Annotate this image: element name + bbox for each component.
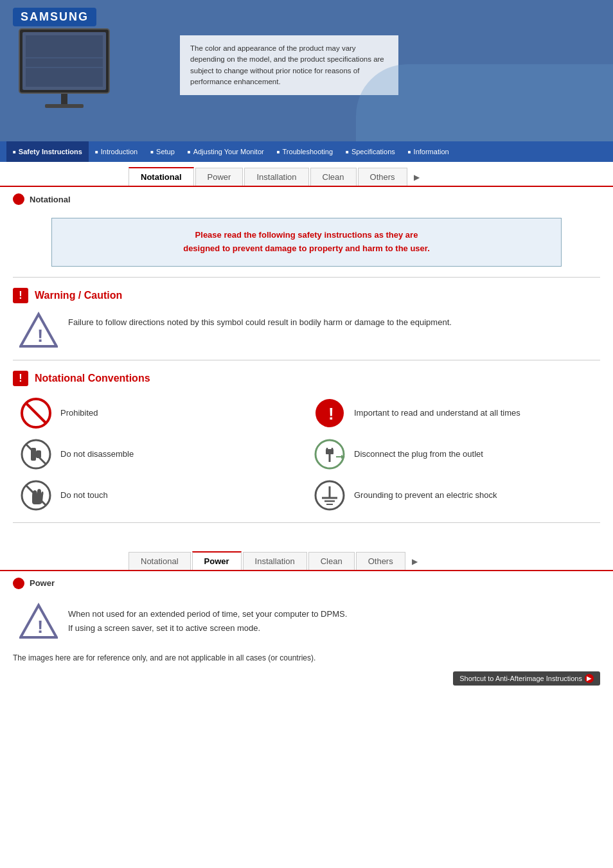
convention-disconnect: Disconnect the plug from the outlet: [313, 438, 594, 471]
touch-label: Do not touch: [60, 490, 108, 500]
nav-item-intro[interactable]: Introduction: [89, 141, 144, 162]
svg-rect-16: [36, 450, 41, 458]
disassemble-icon: [19, 438, 53, 471]
conventions-grid: Prohibited ! Important to read and under…: [13, 396, 600, 512]
svg-text:!: !: [37, 617, 43, 637]
svg-text:!: !: [37, 326, 43, 346]
power-text: When not used for an extended period of …: [68, 602, 347, 635]
nav-item-specs[interactable]: Specifications: [339, 141, 402, 162]
svg-text:!: !: [328, 404, 334, 423]
convention-prohibited: Prohibited: [19, 396, 300, 430]
section-label-text: Notational: [30, 195, 71, 204]
sub-tab-installation[interactable]: Installation: [244, 168, 308, 186]
spacer1: [0, 533, 613, 546]
shortcut-label: Shortcut to Anti-Afterimage Instructions: [459, 675, 582, 682]
footer-bottom: Shortcut to Anti-Afterimage Instructions…: [0, 669, 613, 696]
notational-conventions-section: ! Notational Conventions Prohibited ! Im…: [0, 371, 613, 512]
section-power-circle-icon: [13, 578, 24, 589]
section-circle-icon: [13, 193, 24, 205]
sub-nav-top: Notational Power Installation Clean Othe…: [0, 167, 613, 187]
main-nav: Safety Instructions Introduction Setup A…: [0, 141, 613, 162]
warning-triangle-icon: !: [19, 311, 58, 350]
footer-note: The images here are for reference only, …: [0, 647, 613, 669]
grounding-label: Grounding to prevent an electric shock: [354, 490, 497, 500]
power-line2: If using a screen saver, set it to activ…: [68, 621, 347, 635]
convention-grounding: Grounding to prevent an electric shock: [313, 479, 594, 512]
banner-wave: [356, 64, 613, 141]
power-warning-icon: !: [19, 602, 58, 641]
monitor-illustration: [13, 26, 129, 122]
nav-item-adjust[interactable]: Adjusting Your Monitor: [181, 141, 271, 162]
nav-item-setup[interactable]: Setup: [144, 141, 181, 162]
notational-title-text: Notational Conventions: [35, 373, 150, 384]
sub-tab-clean[interactable]: Clean: [310, 168, 357, 186]
info-box: Please read the following safety instruc…: [51, 218, 562, 267]
sub-tab-others[interactable]: Others: [358, 168, 407, 186]
notational-icon: !: [13, 371, 28, 386]
sub-tab-more[interactable]: ▶: [409, 169, 425, 186]
sub-tab-notational[interactable]: Notational: [129, 167, 194, 186]
important-icon: !: [313, 396, 346, 430]
notational-conventions-title: ! Notational Conventions: [13, 371, 600, 386]
warning-text: Failure to follow directions noted by th…: [68, 311, 452, 330]
prohibited-label: Prohibited: [60, 408, 98, 418]
nav-item-troubleshoot[interactable]: Troubleshooting: [271, 141, 339, 162]
sub-tab-power[interactable]: Power: [195, 168, 244, 186]
sub-nav-bottom: Notational Power Installation Clean Othe…: [0, 551, 613, 571]
convention-disassemble: Do not disassemble: [19, 438, 300, 471]
sub-tab2-more[interactable]: ▶: [407, 553, 423, 570]
info-line2: designed to prevent damage to property a…: [62, 242, 551, 256]
grounding-icon: [313, 479, 346, 512]
info-line1: Please read the following safety instruc…: [62, 229, 551, 242]
svg-rect-3: [45, 104, 84, 108]
convention-important: ! Important to read and understand at al…: [313, 396, 594, 430]
section-label-power: Power: [0, 571, 613, 596]
power-body: ! When not used for an extended period o…: [13, 596, 600, 647]
svg-rect-15: [31, 448, 36, 461]
banner-text: The color and appearance of the product …: [190, 44, 384, 85]
shortcut-arrow-icon: ▶: [585, 674, 594, 683]
important-label: Important to read and understand at all …: [354, 408, 520, 418]
sub-tab2-installation[interactable]: Installation: [243, 552, 307, 570]
sub-tab2-power[interactable]: Power: [192, 551, 242, 570]
svg-line-10: [26, 403, 46, 423]
disconnect-icon: [313, 438, 346, 471]
shortcut-button[interactable]: Shortcut to Anti-Afterimage Instructions…: [453, 671, 600, 686]
warning-body: ! Failure to follow directions noted by …: [13, 311, 600, 350]
warning-section: ! Warning / Caution ! Failure to follow …: [0, 288, 613, 350]
warning-icon: !: [13, 288, 28, 303]
convention-touch: Do not touch: [19, 479, 300, 512]
sub-tab2-clean[interactable]: Clean: [308, 552, 355, 570]
disassemble-label: Do not disassemble: [60, 449, 134, 459]
divider3: [13, 522, 600, 523]
prohibited-icon: [19, 396, 53, 430]
power-line1: When not used for an extended period of …: [68, 607, 347, 621]
sub-tab2-notational[interactable]: Notational: [129, 552, 191, 570]
section-label-notational: Notational: [0, 187, 613, 211]
nav-item-info[interactable]: Information: [402, 141, 456, 162]
divider2: [13, 360, 600, 360]
nav-item-safety[interactable]: Safety Instructions: [6, 141, 89, 162]
header-banner: SAMSUNG The color and appearance of the …: [0, 0, 613, 141]
warning-title: ! Warning / Caution: [13, 288, 600, 303]
warning-title-text: Warning / Caution: [35, 290, 122, 301]
touch-icon: [19, 479, 53, 512]
disconnect-label: Disconnect the plug from the outlet: [354, 449, 483, 459]
divider1: [13, 277, 600, 278]
power-section: ! When not used for an extended period o…: [0, 596, 613, 647]
sub-tab2-others[interactable]: Others: [356, 552, 405, 570]
samsung-logo: SAMSUNG: [13, 8, 96, 26]
section-power-label-text: Power: [30, 578, 55, 588]
svg-rect-4: [26, 35, 103, 87]
svg-rect-2: [61, 94, 67, 105]
